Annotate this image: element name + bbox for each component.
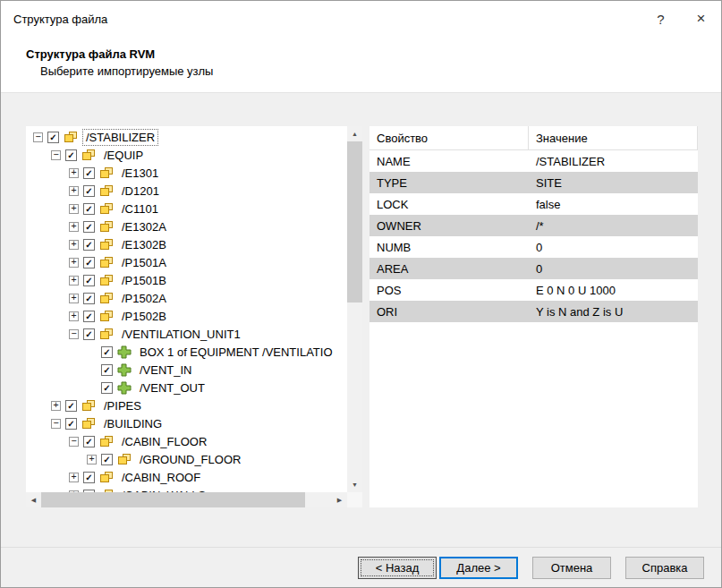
checkbox[interactable]: ✓ <box>101 454 113 465</box>
expander-icon[interactable]: + <box>69 186 79 196</box>
checkbox[interactable]: ✓ <box>83 293 95 304</box>
tree-item[interactable]: ✓ /VENT_OUT <box>26 379 347 396</box>
property-value: 0 <box>529 262 698 276</box>
tree-item[interactable]: + ✓ /CABIN_WALLS <box>26 486 347 492</box>
tree-item[interactable]: + ✓ /P1501A <box>26 253 347 271</box>
scroll-left-icon[interactable]: ◀ <box>26 492 41 507</box>
tree-item-label: /STABILIZER <box>82 129 158 146</box>
node-icon <box>117 453 132 466</box>
tree-item[interactable]: + ✓ /C1101 <box>26 200 347 217</box>
checkbox[interactable]: ✓ <box>101 346 113 358</box>
page-title: Структура файла RVM <box>26 47 721 61</box>
tree-item[interactable]: + ✓ /GROUND_FLOOR <box>26 450 347 468</box>
tree-item[interactable]: − ✓ /VENTILATION_UNIT1 <box>26 325 347 343</box>
scroll-down-icon[interactable]: ▼ <box>347 477 362 492</box>
tree-item[interactable]: + ✓ /E1302A <box>26 217 347 235</box>
checkbox[interactable]: ✓ <box>83 472 95 483</box>
property-name: ORI <box>369 305 529 319</box>
expander-icon[interactable]: − <box>51 419 61 429</box>
checkbox[interactable]: ✓ <box>47 132 59 143</box>
file-structure-dialog: Структура файла ? × Структура файла RVM … <box>0 0 722 588</box>
next-button[interactable]: Далее > <box>439 557 518 579</box>
expander-icon[interactable]: + <box>69 222 79 232</box>
tree-item[interactable]: − ✓ /STABILIZER <box>26 128 347 146</box>
expander-icon[interactable]: + <box>69 294 79 303</box>
checkbox[interactable]: ✓ <box>83 257 95 268</box>
cancel-button[interactable]: Отмена <box>532 557 611 579</box>
table-row: LOCK false <box>369 193 698 215</box>
page-subtitle: Выберите импортируемые узлы <box>40 64 721 78</box>
tree-item[interactable]: + ✓ /E1301 <box>26 164 347 182</box>
tree-item-label: /VENT_OUT <box>136 379 208 396</box>
tree-item-label: BOX 1 of EQUIPMENT /VENTILATIO <box>136 344 336 361</box>
property-value: false <box>529 198 698 211</box>
checkbox[interactable]: ✓ <box>65 418 77 430</box>
tree-item[interactable]: + ✓ /E1302B <box>26 235 347 253</box>
expander-icon[interactable]: − <box>69 329 79 339</box>
checkbox[interactable]: ✓ <box>83 328 95 340</box>
tree-item[interactable]: ✓ /VENT_IN <box>26 361 347 379</box>
checkbox[interactable]: ✓ <box>83 221 95 233</box>
checkbox[interactable]: ✓ <box>83 185 95 197</box>
expander-icon[interactable]: + <box>69 258 79 268</box>
node-icon <box>81 149 96 162</box>
scroll-right-icon[interactable]: ▶ <box>332 492 347 507</box>
tree-item[interactable]: + ✓ /P1501B <box>26 271 347 289</box>
help-button[interactable]: Справка <box>625 557 704 579</box>
property-name: OWNER <box>369 219 529 233</box>
checkbox[interactable]: ✓ <box>65 400 77 412</box>
tree-item-label: /C1101 <box>118 200 162 217</box>
expander-icon[interactable]: − <box>69 437 79 447</box>
props-rows: NAME /STABILIZER TYPE SITE LOCK false OW… <box>369 150 698 322</box>
tree-item[interactable]: + ✓ /P1502B <box>26 307 347 325</box>
checkbox[interactable]: ✓ <box>83 203 95 215</box>
node-icon <box>64 131 78 144</box>
expander-icon[interactable]: − <box>33 132 43 142</box>
tree-item[interactable]: − ✓ /BUILDING <box>26 414 347 432</box>
tree-item[interactable]: − ✓ /CABIN_FLOOR <box>26 432 347 450</box>
tree-item[interactable]: + ✓ /PIPES <box>26 396 347 414</box>
node-icon <box>117 381 132 395</box>
tree-viewport[interactable]: − ✓ /STABILIZER − ✓ /EQUIP + ✓ <box>26 126 347 492</box>
expander-icon[interactable]: + <box>87 455 97 464</box>
tree-item[interactable]: + ✓ /CABIN_ROOF <box>26 468 347 486</box>
tree-item[interactable]: + ✓ /P1502A <box>26 289 347 307</box>
checkbox[interactable]: ✓ <box>83 239 95 251</box>
tree-item[interactable]: ✓ BOX 1 of EQUIPMENT /VENTILATIO <box>26 343 347 361</box>
checkbox[interactable]: ✓ <box>83 167 95 179</box>
expander-icon[interactable]: + <box>69 276 79 285</box>
property-name: NAME <box>369 155 529 168</box>
table-row: POS E 0 N 0 U 1000 <box>369 279 698 301</box>
expander-icon[interactable]: + <box>69 240 79 250</box>
property-name: POS <box>369 284 529 297</box>
tree-item[interactable]: − ✓ /EQUIP <box>26 146 347 164</box>
expander-icon[interactable]: + <box>69 204 79 214</box>
node-icon <box>99 184 114 198</box>
help-icon[interactable]: ? <box>641 1 681 37</box>
table-row: AREA 0 <box>369 258 698 279</box>
horizontal-scroll-thumb[interactable] <box>41 492 305 507</box>
node-icon <box>99 292 114 305</box>
expander-icon[interactable]: + <box>69 311 79 321</box>
button-bar: < Назад Далее > Отмена Справка <box>1 547 721 587</box>
expander-icon[interactable]: + <box>69 168 79 178</box>
content-area: − ✓ /STABILIZER − ✓ /EQUIP + ✓ <box>1 94 721 587</box>
back-button[interactable]: < Назад <box>358 557 437 579</box>
vertical-scroll-thumb[interactable] <box>347 141 362 303</box>
expander-icon[interactable]: − <box>51 150 61 160</box>
checkbox[interactable]: ✓ <box>65 149 77 161</box>
checkbox[interactable]: ✓ <box>83 311 95 322</box>
expander-icon[interactable]: + <box>69 473 79 482</box>
tree-item[interactable]: + ✓ /D1201 <box>26 182 347 200</box>
checkbox[interactable]: ✓ <box>83 436 95 447</box>
scroll-up-icon[interactable]: ▲ <box>347 126 362 141</box>
close-icon[interactable]: × <box>681 1 721 37</box>
vertical-scrollbar[interactable]: ▲ ▼ <box>347 126 362 492</box>
checkbox[interactable]: ✓ <box>101 382 113 394</box>
expander-icon[interactable]: + <box>51 401 61 411</box>
horizontal-scrollbar[interactable]: ◀ ▶ <box>26 492 347 507</box>
table-row: OWNER /* <box>369 215 698 236</box>
checkbox[interactable]: ✓ <box>101 364 113 376</box>
property-name: NUMB <box>369 241 529 254</box>
checkbox[interactable]: ✓ <box>83 275 95 286</box>
